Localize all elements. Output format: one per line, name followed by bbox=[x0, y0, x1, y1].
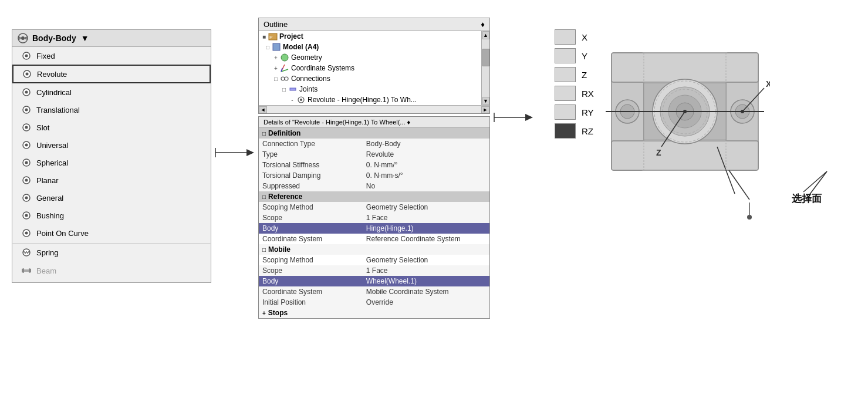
section-expand-reference[interactable]: □ bbox=[262, 194, 266, 200]
section-reference: □Reference bbox=[259, 191, 489, 202]
dof-label-RY: RY bbox=[582, 107, 594, 117]
expand-revolute[interactable]: - bbox=[288, 97, 296, 103]
menu-item-planar[interactable]: Planar bbox=[12, 171, 211, 189]
scrollbar-up[interactable]: ▲ bbox=[482, 31, 489, 39]
label-mob-coordinate: Coordinate System bbox=[259, 286, 363, 297]
svg-point-70 bbox=[683, 110, 687, 113]
label-suppressed: Suppressed bbox=[259, 181, 363, 191]
svg-point-25 bbox=[25, 232, 28, 235]
tree-item-revolute-hinge[interactable]: - Revolute - Hinge(Hinge.1) To Wh... bbox=[259, 95, 481, 105]
middle-panel: Outline ♦ ■ P Project □ Model (A4) bbox=[258, 18, 490, 319]
expand-coordinate[interactable]: + bbox=[272, 65, 280, 72]
row-connection-type: Connection Type Body-Body bbox=[259, 139, 489, 149]
section-mobile-label: Mobile bbox=[268, 245, 291, 254]
label-torsional-stiffness: Torsional Stiffness bbox=[259, 160, 363, 170]
menu-item-fixed[interactable]: Fixed bbox=[12, 47, 211, 65]
universal-icon bbox=[21, 140, 32, 150]
menu-header-label: Body-Body bbox=[32, 33, 76, 43]
svg-point-42 bbox=[285, 77, 288, 80]
expand-connections[interactable]: □ bbox=[272, 76, 280, 82]
menu-dropdown-arrow[interactable]: ▼ bbox=[81, 33, 89, 43]
row-mob-coordinate: Coordinate System Mobile Coordinate Syst… bbox=[259, 286, 489, 297]
scroll-left[interactable]: ◄ bbox=[259, 106, 267, 113]
row-type: Type Revolute bbox=[259, 149, 489, 160]
translational-icon bbox=[21, 104, 32, 115]
menu-item-spherical[interactable]: Spherical bbox=[12, 154, 211, 171]
section-expand-stops[interactable]: + bbox=[262, 310, 266, 316]
section-reference-label: Reference bbox=[268, 193, 302, 201]
menu-item-revolute[interactable]: Revolute bbox=[12, 65, 211, 83]
cylindrical-icon bbox=[21, 87, 32, 97]
menu-item-universal[interactable]: Universal bbox=[12, 136, 211, 154]
dof-item-RY: RY bbox=[555, 104, 594, 120]
joints-icon bbox=[288, 85, 298, 94]
tree-item-connections[interactable]: □ Connections bbox=[259, 73, 481, 84]
menu-item-spring[interactable]: Spring bbox=[12, 243, 211, 261]
outline-scrollbar[interactable]: ▲ ▼ bbox=[481, 31, 489, 105]
arrow-1 bbox=[211, 141, 258, 164]
section-mobile: □Mobile bbox=[259, 244, 489, 255]
tree-label-joints: Joints bbox=[299, 85, 318, 93]
menu-item-translational-label: Translational bbox=[36, 106, 80, 114]
tree-item-project[interactable]: ■ P Project bbox=[259, 31, 481, 42]
tree-item-coordinate-systems[interactable]: + Coordinate Systems bbox=[259, 63, 481, 73]
label-type: Type bbox=[259, 149, 363, 160]
menu-item-slot-label: Slot bbox=[36, 123, 49, 132]
row-ref-body: Body Hinge(Hinge.1) bbox=[259, 223, 489, 234]
menu-item-slot[interactable]: Slot bbox=[12, 119, 211, 136]
menu-item-point-on-curve[interactable]: Point On Curve bbox=[12, 224, 211, 242]
value-torsional-stiffness: 0. N·mm/° bbox=[363, 160, 489, 170]
section-stops-label: Stops bbox=[268, 309, 288, 317]
menu-header[interactable]: Body-Body ▼ bbox=[12, 30, 211, 47]
beam-icon bbox=[21, 265, 32, 276]
geometry-icon bbox=[280, 53, 289, 62]
menu-item-cylindrical[interactable]: Cylindrical bbox=[12, 83, 211, 101]
revolute-icon bbox=[22, 69, 32, 79]
expand-model[interactable]: □ bbox=[264, 44, 272, 50]
horizontal-scrollbar[interactable]: ◄ ► bbox=[259, 105, 489, 113]
menu-item-translational[interactable]: Translational bbox=[12, 101, 211, 119]
outline-content: ■ P Project □ Model (A4) + Geometry bbox=[259, 31, 481, 105]
scroll-right[interactable]: ► bbox=[481, 106, 489, 113]
menu-item-general[interactable]: General bbox=[12, 189, 211, 207]
tree-item-joints[interactable]: □ Joints bbox=[259, 84, 481, 95]
menu-item-beam[interactable]: Beam bbox=[12, 261, 211, 282]
svg-line-79 bbox=[803, 171, 827, 192]
section-definition: □Definition bbox=[259, 128, 489, 139]
svg-rect-53 bbox=[612, 53, 758, 82]
menu-item-universal-label: Universal bbox=[36, 141, 68, 150]
expand-project[interactable]: ■ bbox=[260, 33, 268, 40]
label-torsional-damping: Torsional Damping bbox=[259, 170, 363, 181]
tree-item-geometry[interactable]: + Geometry bbox=[259, 52, 481, 63]
section-expand-definition[interactable]: □ bbox=[262, 130, 266, 137]
dof-label-RX: RX bbox=[582, 89, 594, 99]
svg-line-80 bbox=[809, 171, 827, 195]
dof-box-Y bbox=[555, 48, 576, 63]
menu-item-bushing[interactable]: Bushing bbox=[12, 207, 211, 224]
outline-title-bar: Outline ♦ bbox=[259, 18, 489, 31]
label-ref-body: Body bbox=[259, 223, 363, 234]
dof-box-Z bbox=[555, 67, 576, 82]
value-ref-scope: 1 Face bbox=[363, 212, 489, 223]
planar-icon bbox=[21, 175, 32, 185]
scrollbar-down[interactable]: ▼ bbox=[482, 97, 489, 105]
svg-rect-44 bbox=[290, 88, 296, 90]
expand-joints[interactable]: □ bbox=[280, 86, 288, 93]
dof-box-RY bbox=[555, 104, 576, 120]
row-mob-scope: Scope 1 Face bbox=[259, 265, 489, 276]
menu-item-bushing-label: Bushing bbox=[36, 211, 64, 220]
dof-item-RX: RX bbox=[555, 86, 594, 101]
tree-item-model[interactable]: □ Model (A4) bbox=[259, 42, 481, 52]
scrollbar-thumb[interactable] bbox=[482, 49, 489, 66]
value-suppressed: No bbox=[363, 181, 489, 191]
label-mob-scoping: Scoping Method bbox=[259, 255, 363, 265]
3d-model-svg: X Z bbox=[600, 29, 770, 252]
expand-geometry[interactable]: + bbox=[272, 55, 280, 61]
general-icon bbox=[21, 193, 32, 203]
section-expand-mobile[interactable]: □ bbox=[262, 247, 266, 253]
arrow-2 bbox=[490, 106, 537, 129]
row-ref-scope: Scope 1 Face bbox=[259, 212, 489, 223]
tree-label-coordinate: Coordinate Systems bbox=[291, 64, 354, 72]
point-on-curve-icon bbox=[21, 228, 32, 238]
value-ref-body: Hinge(Hinge.1) bbox=[363, 223, 489, 234]
